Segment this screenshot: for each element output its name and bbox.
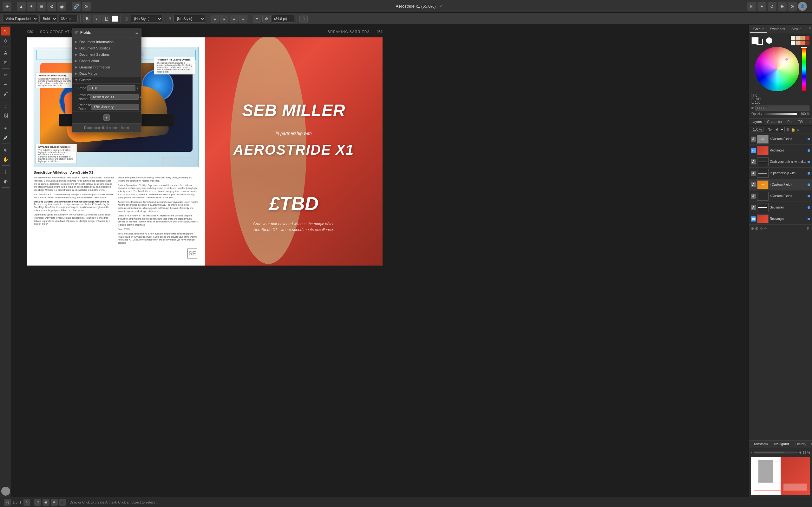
swatch-cream[interactable]: [791, 36, 795, 40]
text-tool-icon[interactable]: ⊕: [37, 2, 46, 11]
price-input[interactable]: [87, 85, 136, 91]
tab-navigator[interactable]: Navigator: [771, 441, 792, 448]
field-document-info[interactable]: ▶ Document Information: [72, 39, 141, 45]
navigator-preview[interactable]: [751, 457, 810, 495]
hue-slider[interactable]: [802, 47, 806, 91]
image-tool[interactable]: 🖼: [1, 111, 10, 120]
layer-item-8[interactable]: ▭ Rectangle: [749, 213, 812, 225]
ligature-button[interactable]: fi: [299, 15, 308, 22]
color-panel-menu[interactable]: ≡: [809, 25, 811, 33]
plus-icon[interactable]: ⊕: [778, 2, 786, 11]
tab-par[interactable]: Par: [785, 118, 795, 125]
layer-group-icon[interactable]: ⊞: [755, 226, 758, 231]
zoom-tool[interactable]: ⊕: [1, 146, 10, 154]
tab-stroke[interactable]: Stroke: [788, 25, 805, 33]
grid-icon[interactable]: ⊡: [747, 2, 756, 11]
tab-history[interactable]: History: [792, 441, 809, 448]
color-circle[interactable]: [766, 38, 772, 44]
dialog-menu-btn[interactable]: ≡: [136, 30, 138, 35]
font-style-select[interactable]: Bold: [39, 15, 57, 22]
field-general-info[interactable]: ▶ General Information: [72, 64, 141, 70]
text-tool[interactable]: A: [1, 49, 10, 57]
layer-settings-icon[interactable]: ⚙: [786, 127, 790, 132]
app-icon[interactable]: ◈: [3, 2, 11, 11]
font-family-select[interactable]: Akira Expanded: [3, 15, 38, 22]
pen-tool-icon[interactable]: ✦: [27, 2, 36, 11]
field-document-stats[interactable]: ▶ Document Statistics: [72, 45, 141, 51]
status-icon-1[interactable]: ⊡: [34, 499, 41, 506]
status-icon-2[interactable]: ◉: [43, 499, 49, 506]
layer-add-icon[interactable]: ⊕: [751, 226, 754, 231]
undo-icon[interactable]: ↺: [768, 2, 776, 11]
eyedropper-tool[interactable]: 💉: [1, 133, 10, 142]
zoom-minus-btn[interactable]: -: [751, 450, 752, 455]
swatch-tan[interactable]: [796, 36, 800, 40]
swatch-white[interactable]: [791, 41, 795, 45]
add-field-button[interactable]: +: [103, 114, 110, 121]
field-data-merge[interactable]: ▶ Data Merge: [72, 70, 141, 77]
layer-arrange-icon[interactable]: ⊹: [760, 226, 763, 231]
swatch-orange[interactable]: [800, 41, 805, 45]
para-style-select[interactable]: [No Style]: [173, 15, 205, 22]
hex-input[interactable]: [755, 106, 809, 111]
layer-edit-icon[interactable]: ✏: [764, 226, 767, 231]
shape-tool[interactable]: ▭: [1, 102, 10, 111]
settings-icon[interactable]: ⚙: [47, 2, 56, 11]
layer-item-4[interactable]: A in partnership with: [749, 168, 812, 179]
italic-button[interactable]: I: [93, 15, 101, 22]
swatch-orange-light[interactable]: [800, 36, 805, 40]
tab-tst[interactable]: TSt: [795, 118, 806, 125]
layer-mode-select[interactable]: Normal: [765, 127, 785, 132]
tab-character[interactable]: Character: [764, 118, 785, 125]
align-right-button[interactable]: ≡: [230, 15, 238, 22]
pointer-tool[interactable]: ↖: [1, 26, 10, 36]
stroke-swatch[interactable]: [757, 39, 763, 45]
zoom-slider[interactable]: [754, 452, 798, 453]
brush-tool[interactable]: 🖌: [1, 89, 10, 98]
status-icon-4[interactable]: ☰: [59, 499, 66, 506]
layer-item[interactable]: A Aa <Custom Field>: [749, 133, 812, 145]
tab-layers[interactable]: Layers: [749, 118, 764, 125]
node-tool[interactable]: ◇: [1, 36, 10, 45]
size-display[interactable]: [272, 15, 294, 22]
star-icon[interactable]: ✦: [757, 2, 766, 11]
pencil-tool[interactable]: ✏: [1, 70, 10, 79]
color-wheel[interactable]: [755, 47, 799, 91]
bold-button[interactable]: B: [83, 15, 91, 22]
layer-opacity-input[interactable]: [751, 127, 763, 132]
underline-button[interactable]: U: [102, 15, 110, 22]
transform-tool[interactable]: ⊹: [1, 167, 10, 176]
layer-item-2[interactable]: ▭ Rectangle: [749, 145, 812, 156]
gradient-tool[interactable]: ◐: [1, 177, 10, 186]
list-button[interactable]: ≣: [253, 15, 261, 22]
fill-tool[interactable]: ◈: [1, 124, 10, 132]
field-custom[interactable]: ▶ Custom: [72, 77, 141, 83]
layer-item-5[interactable]: A Aa <Custom Field>: [749, 179, 812, 190]
nav-menu-btn[interactable]: ≡: [809, 441, 812, 448]
layer-filter-icon[interactable]: ≡: [797, 127, 799, 132]
char-style-select[interactable]: [No Style]: [131, 15, 162, 22]
tab-transform[interactable]: Transform: [749, 441, 771, 448]
align-left-button[interactable]: ≡: [211, 15, 219, 22]
field-continuation[interactable]: ▶ Continuation: [72, 58, 141, 64]
circle-tool-icon[interactable]: ◉: [57, 2, 66, 11]
align-center-button[interactable]: ≡: [220, 15, 229, 22]
select-tool-icon[interactable]: ▲: [17, 2, 26, 11]
layers-panel-menu[interactable]: ≡: [807, 118, 812, 125]
layer-delete-icon[interactable]: 🗑: [806, 226, 810, 231]
justify-button[interactable]: ≡: [239, 15, 247, 22]
layer-item-6[interactable]: A <Custom Field>: [749, 190, 812, 202]
zoom-plus-btn[interactable]: +: [799, 450, 802, 455]
frame-text-tool[interactable]: ⊡: [1, 58, 10, 67]
effects-icon[interactable]: ⊛: [82, 2, 91, 11]
indent-button[interactable]: ⊕: [262, 15, 270, 22]
link-icon[interactable]: 🔗: [72, 2, 81, 11]
canvas-area[interactable]: 080 SONICEDGE ATHLETICS AEROSTRIDE X1: [11, 25, 749, 497]
profile-icon[interactable]: ⊗: [788, 2, 797, 11]
swatch-peach[interactable]: [796, 41, 800, 45]
tab-colour[interactable]: Colour: [750, 25, 767, 33]
hand-tool[interactable]: ✋: [1, 155, 10, 164]
tab-swatches[interactable]: Swatches: [767, 25, 788, 33]
product-input[interactable]: [90, 94, 139, 100]
layer-item-7[interactable]: A Seb miller: [749, 202, 812, 213]
